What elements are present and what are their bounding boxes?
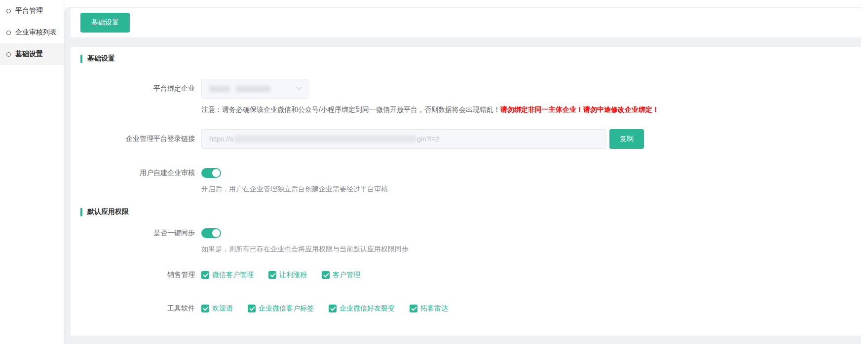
checkbox-checked-icon	[410, 305, 417, 312]
radio-circle-icon	[6, 31, 11, 35]
checkbox-label: 企业微信客户标签	[259, 304, 314, 313]
checkbox-checked-icon	[322, 271, 330, 279]
sales-management-label: 销售管理	[71, 271, 195, 279]
checkbox-label: 微信客户管理	[212, 271, 254, 279]
chevron-down-icon	[296, 84, 302, 90]
checkbox-profit-fans[interactable]: 让利涨粉	[268, 271, 307, 279]
checkbox-label: 让利涨粉	[279, 271, 307, 279]
sales-checkbox-group: 微信客户管理 让利涨粉 客户管理	[201, 271, 375, 279]
bound-enterprise-note: 注意：请务必确保该企业微信和公众号/小程序绑定到同一微信开放平台，否则数据将会出…	[201, 105, 769, 114]
radio-circle-icon	[6, 9, 11, 13]
bound-enterprise-select[interactable]	[201, 79, 308, 99]
checkbox-checked-icon	[329, 305, 337, 312]
login-link-input[interactable]: https://s gin?i=2	[201, 129, 606, 149]
sidebar: 平台管理 企业审核列表 基础设置	[0, 0, 64, 344]
sidebar-item-label: 基础设置	[15, 50, 43, 59]
sidebar-item-platform-management[interactable]: 平台管理	[0, 0, 64, 22]
form-row-tool-software: 工具软件 欢迎语 企业微信客户标签 企业微信好友裂变 拓客雷达	[71, 303, 463, 314]
self-audit-help-text: 开启后，用户在企业管理独立后台创建企业需要经过平台审核	[201, 185, 388, 193]
checkbox-wecom-customer-tags[interactable]: 企业微信客户标签	[248, 304, 314, 313]
note-warning-text: 请勿绑定非同一主体企业！请勿中途修改企业绑定！	[500, 105, 659, 113]
self-audit-toggle[interactable]	[201, 168, 221, 178]
section-title-default-app-permissions: 默认应用权限	[80, 207, 129, 217]
checkbox-checked-icon	[201, 305, 209, 312]
note-text: 注意：请务必确保该企业微信和公众号/小程序绑定到同一微信开放平台，否则数据将会出…	[201, 105, 500, 113]
form-row-self-audit: 用户自建企业审核	[71, 167, 221, 179]
toggle-knob	[212, 169, 220, 177]
sidebar-item-label: 企业审核列表	[15, 28, 57, 37]
sidebar-item-basic-settings[interactable]: 基础设置	[0, 43, 64, 65]
checkbox-checked-icon	[248, 305, 256, 312]
masked-value	[209, 86, 230, 92]
url-prefix: https://s	[209, 135, 233, 143]
checkbox-label: 企业微信好友裂变	[340, 304, 395, 313]
masked-url-segment	[234, 136, 416, 142]
section-accent-bar	[80, 55, 82, 63]
copy-button[interactable]: 复制	[609, 129, 644, 149]
checkbox-wechat-customer-management[interactable]: 微信客户管理	[201, 271, 254, 279]
url-suffix: gin?i=2	[417, 135, 440, 143]
form-row-one-key-sync: 是否一键同步	[71, 227, 221, 239]
checkbox-checked-icon	[268, 271, 276, 279]
tab-basic-settings[interactable]: 基础设置	[80, 13, 130, 33]
checkbox-wecom-friend-fission[interactable]: 企业微信好友裂变	[329, 304, 395, 313]
settings-panel: 基础设置 平台绑定企业 注意：请务必确保该企业微信和公众号/小程序绑定到同一微信…	[71, 47, 861, 336]
one-key-sync-toggle[interactable]	[201, 228, 221, 238]
bound-enterprise-label: 平台绑定企业	[71, 84, 195, 93]
page: 平台管理 企业审核列表 基础设置 基础设置 基础设置 平台绑定企业	[0, 0, 868, 344]
masked-value	[236, 86, 270, 92]
form-row-login-link: 企业管理平台登录链接 https://s gin?i=2 复制	[71, 129, 644, 149]
checkbox-customer-radar[interactable]: 拓客雷达	[410, 304, 448, 313]
sidebar-item-enterprise-review-list[interactable]: 企业审核列表	[0, 22, 64, 43]
tool-software-label: 工具软件	[71, 304, 195, 313]
checkbox-customer-management[interactable]: 客户管理	[322, 271, 360, 279]
section-title-basic-settings: 基础设置	[80, 54, 115, 64]
checkbox-welcome-message[interactable]: 欢迎语	[201, 304, 233, 313]
sidebar-item-label: 平台管理	[15, 6, 43, 15]
one-key-sync-label: 是否一键同步	[71, 229, 195, 238]
toggle-knob	[212, 229, 220, 237]
self-audit-label: 用户自建企业审核	[71, 169, 195, 177]
form-row-bound-enterprise: 平台绑定企业	[71, 79, 308, 99]
checkbox-checked-icon	[201, 271, 209, 279]
login-link-label: 企业管理平台登录链接	[71, 135, 195, 143]
form-row-sales-management: 销售管理 微信客户管理 让利涨粉 客户管理	[71, 269, 375, 281]
checkbox-label: 拓客雷达	[420, 304, 448, 313]
tab-bar: 基础设置	[71, 8, 861, 37]
checkbox-label: 欢迎语	[212, 304, 233, 313]
radio-circle-icon	[6, 52, 11, 57]
checkbox-label: 客户管理	[333, 271, 360, 279]
one-key-sync-help-text: 如果是，则所有已存在企业也会将应用权限与当前默认应用权限同步	[201, 245, 409, 253]
tools-checkbox-group: 欢迎语 企业微信客户标签 企业微信好友裂变 拓客雷达	[201, 304, 463, 313]
section-accent-bar	[80, 208, 82, 216]
section-title-text: 默认应用权限	[87, 207, 129, 216]
section-title-text: 基础设置	[87, 54, 115, 63]
